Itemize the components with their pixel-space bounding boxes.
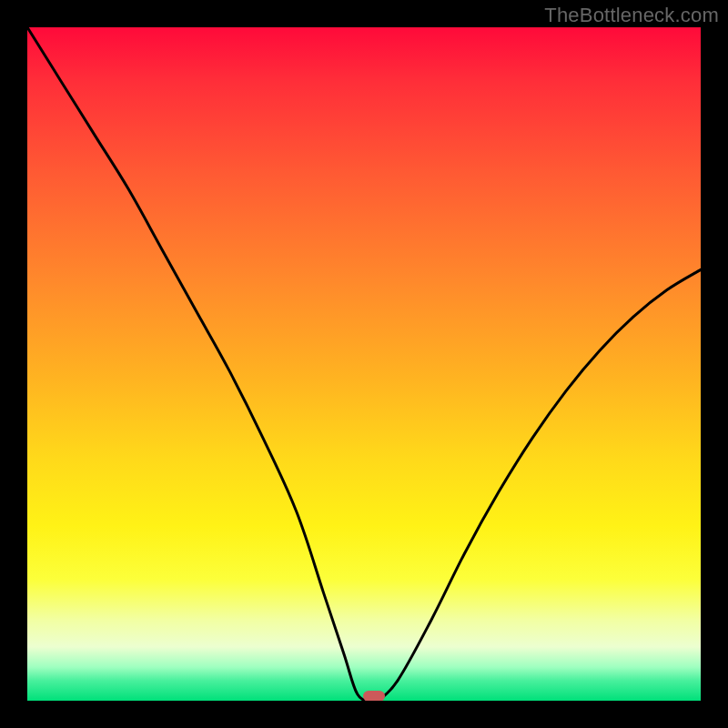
optimal-marker bbox=[363, 691, 385, 701]
watermark-text: TheBottleneck.com bbox=[544, 4, 719, 27]
chart-frame: TheBottleneck.com bbox=[0, 0, 728, 728]
bottleneck-curve bbox=[27, 27, 701, 701]
plot-area bbox=[27, 27, 701, 701]
